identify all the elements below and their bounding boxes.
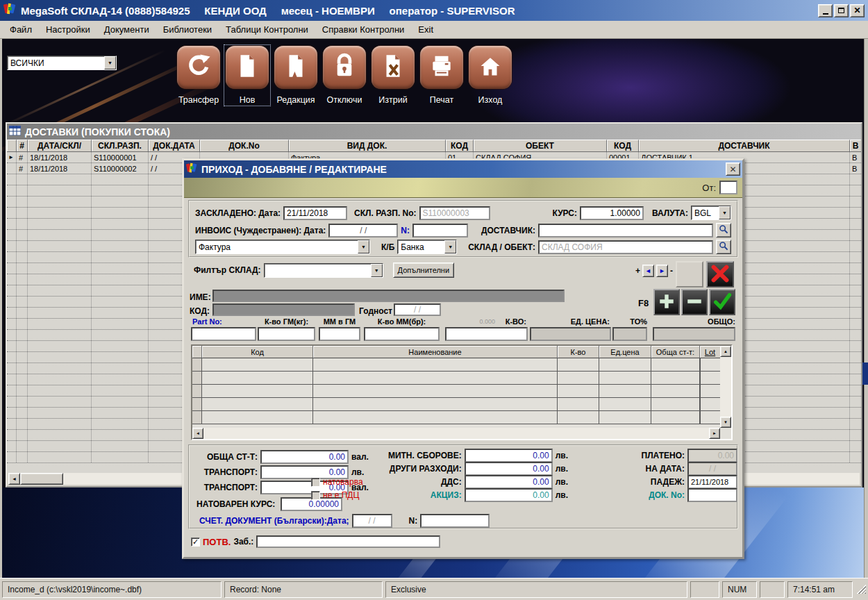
dropdown-button[interactable]: ▼ bbox=[371, 264, 383, 277]
dropdown-button[interactable]: ▼ bbox=[358, 240, 369, 253]
dds-label: ДДС: bbox=[441, 477, 462, 487]
edit-button[interactable]: Редакция bbox=[274, 46, 318, 105]
dokno-input[interactable] bbox=[687, 488, 737, 502]
padej-input[interactable]: 21/11/2018 bbox=[687, 475, 737, 489]
items-horizontal-scrollbar[interactable]: ◄ ► bbox=[192, 428, 720, 439]
delete-document-icon bbox=[380, 53, 406, 82]
schet-date-input[interactable]: / / bbox=[352, 514, 392, 528]
menu-item-exit[interactable]: Exit bbox=[411, 22, 440, 38]
menu-item-file[interactable]: Файл bbox=[3, 22, 39, 38]
akciz-input[interactable]: 0.00 bbox=[465, 488, 553, 502]
scroll-left-button[interactable]: ◄ bbox=[8, 473, 20, 485]
totals-group: ОБЩА СТ-Т: 0.00 вал. ТРАНСПОРТ: 0.00 лв.… bbox=[188, 444, 738, 529]
dropdown-button[interactable]: ▼ bbox=[719, 206, 731, 219]
unlock-icon bbox=[331, 53, 358, 82]
from-label: От: bbox=[702, 183, 716, 193]
chevron-down-icon: ▼ bbox=[108, 60, 112, 65]
col-header-num: # bbox=[17, 140, 28, 152]
scrollbar-thumb[interactable] bbox=[20, 473, 63, 485]
scroll-down-button[interactable]: ▼ bbox=[720, 417, 731, 428]
nadata-field: / / bbox=[687, 462, 737, 476]
menu-item-documents[interactable]: Документи bbox=[97, 22, 156, 38]
zab-input[interactable] bbox=[256, 535, 440, 548]
dialog-close-button[interactable]: ✕ bbox=[726, 162, 740, 176]
dialog-title: ПРИХОД - ДОБАВЯНЕ / РЕДАКТИРАНЕ bbox=[201, 164, 387, 175]
zaskladeno-date-input[interactable]: 21/11/2018 bbox=[283, 206, 347, 220]
part-no-label: Part No: bbox=[192, 317, 222, 326]
menu-item-tables-control[interactable]: Таблици Контролни bbox=[219, 22, 315, 38]
kod-field bbox=[212, 303, 355, 316]
filter-sklad-combo[interactable]: ▼ bbox=[264, 263, 383, 278]
close-button[interactable]: ✕ bbox=[850, 4, 865, 17]
nav-next-button[interactable]: ► bbox=[656, 265, 668, 277]
deliveries-window-title: ДОСТАВКИ (ПОКУПКИ СТОКА) bbox=[25, 126, 170, 138]
schet-n-input[interactable] bbox=[420, 514, 490, 528]
kb-combo[interactable]: Банка ▼ bbox=[397, 240, 457, 254]
cancel-x-button[interactable] bbox=[706, 261, 734, 288]
sklad-search-button[interactable] bbox=[716, 240, 731, 254]
delete-button[interactable]: Изтрий bbox=[371, 46, 415, 105]
valuta-combo[interactable]: BGL ▼ bbox=[691, 206, 731, 220]
scroll-right-button[interactable]: ► bbox=[709, 428, 720, 439]
mm-gm-label: ММ в ГМ bbox=[319, 317, 360, 326]
records-filter-combo[interactable]: ВСИЧКИ ▼ bbox=[7, 56, 117, 70]
drugi-input[interactable]: 0.00 bbox=[465, 462, 553, 476]
dostavchik-input[interactable] bbox=[538, 224, 713, 238]
exit-button[interactable]: Изход bbox=[468, 46, 512, 105]
dds-input[interactable]: 0.00 bbox=[465, 475, 553, 489]
items-empty-row bbox=[192, 372, 720, 385]
from-input[interactable] bbox=[719, 181, 737, 194]
zab-label: Заб.: bbox=[233, 537, 253, 547]
nav-prev-button[interactable]: ◄ bbox=[642, 265, 654, 277]
menu-item-reports-control[interactable]: Справки Контролни bbox=[315, 22, 412, 38]
items-table-header: Код Наименование К-во Ед.цена Обща ст-т:… bbox=[192, 346, 720, 358]
window-title: MegaSoft СКЛАД-14 (0888)584925 КЕНДИ ООД… bbox=[21, 5, 515, 17]
scroll-left-button[interactable]: ◄ bbox=[192, 428, 203, 439]
items-col-kvo: К-во bbox=[558, 346, 599, 358]
grid-icon bbox=[9, 126, 21, 138]
col-header-dokno: ДОК.No bbox=[200, 140, 289, 152]
add-item-button[interactable] bbox=[653, 289, 680, 315]
kurs-input[interactable]: 1.00000 bbox=[580, 206, 644, 220]
minimize-button[interactable] bbox=[818, 4, 833, 17]
part-no-input[interactable] bbox=[191, 327, 256, 341]
kvo-label: К-ВО: bbox=[445, 317, 526, 326]
dropdown-button[interactable]: ▼ bbox=[444, 240, 456, 253]
natovarva-label: натоварва bbox=[323, 477, 363, 487]
confirm-item-button[interactable] bbox=[709, 289, 735, 315]
potv-checkbox[interactable]: ✓ bbox=[191, 538, 200, 547]
transfer-button[interactable]: Трансфер bbox=[176, 46, 221, 105]
to-label: ТО% bbox=[612, 317, 647, 326]
filter-sklad-label: Филтър СКЛАД: bbox=[194, 265, 261, 275]
new-button[interactable]: Нов bbox=[225, 46, 269, 105]
remove-item-button[interactable] bbox=[681, 289, 708, 315]
mitn-input[interactable]: 0.00 bbox=[465, 449, 553, 462]
dropdown-button[interactable]: ▼ bbox=[104, 56, 116, 69]
maximize-button[interactable] bbox=[834, 4, 849, 17]
unlock-button[interactable]: Отключи bbox=[322, 46, 367, 105]
scroll-up-button[interactable]: ▲ bbox=[720, 346, 731, 357]
mm-gm-input[interactable] bbox=[319, 327, 360, 341]
menu-item-settings[interactable]: Настройки bbox=[39, 22, 97, 38]
doc-type-combo[interactable]: Фактура ▼ bbox=[195, 240, 370, 254]
transfer-refresh-icon bbox=[185, 53, 212, 82]
invoice-n-input[interactable] bbox=[412, 224, 468, 238]
items-vertical-scrollbar[interactable]: ▲ ▼ bbox=[720, 346, 731, 428]
dopalnitelni-button[interactable]: Допълнителни bbox=[393, 262, 454, 278]
new-document-icon bbox=[234, 53, 260, 82]
print-button[interactable]: Печат bbox=[419, 46, 464, 105]
dostavchik-search-button[interactable] bbox=[716, 223, 731, 238]
invoice-date-input[interactable]: / / bbox=[328, 224, 398, 238]
kvo-mm-label: К-во ММ(бр): bbox=[364, 317, 440, 326]
menu-item-libraries[interactable]: Библиотеки bbox=[156, 22, 219, 38]
resize-grip[interactable] bbox=[857, 585, 866, 594]
blank-button[interactable] bbox=[676, 261, 703, 288]
status-mode: Exclusive bbox=[385, 581, 687, 598]
kvo-mm-input[interactable] bbox=[364, 327, 440, 341]
godnost-input[interactable]: / / bbox=[394, 303, 441, 316]
application-window: MegaSoft СКЛАД-14 (0888)584925 КЕНДИ ООД… bbox=[0, 0, 868, 600]
items-empty-row bbox=[192, 411, 720, 424]
kvo-gm-input[interactable] bbox=[258, 327, 315, 341]
close-icon: ✕ bbox=[729, 165, 736, 174]
kvo-input[interactable] bbox=[445, 327, 528, 341]
